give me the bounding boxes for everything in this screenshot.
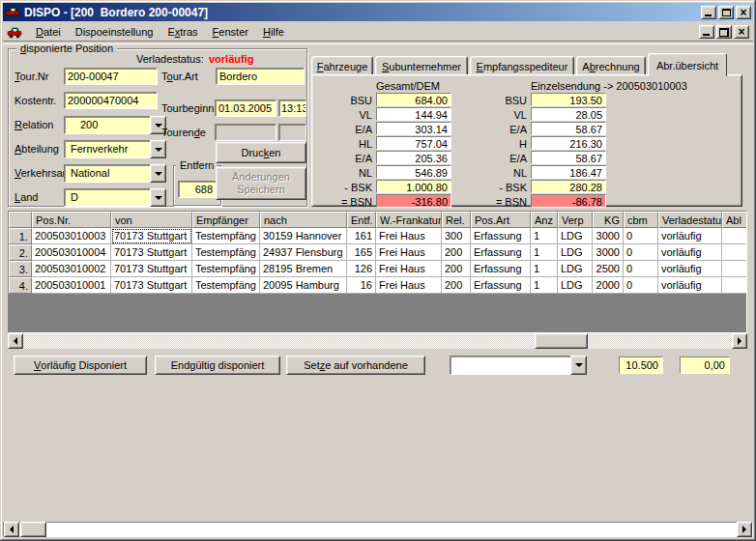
minimize-button minimize-icon[interactable] xyxy=(701,6,716,19)
table-row[interactable]: 3.20050301000270173 StuttgartTestempfäng… xyxy=(9,261,746,277)
menu-item-hilfe[interactable]: Hilfe xyxy=(257,24,290,40)
table-cell[interactable]: 200503010002 xyxy=(32,261,111,277)
endg-ltig-disponiert-button[interactable]: Endgültig disponiert xyxy=(155,356,280,375)
tab-fahrzeuge[interactable]: Fahrzeuge xyxy=(311,56,373,75)
positions-table[interactable]: Pos.Nr.vonEmpfängernachEntf.W.-Frankatur… xyxy=(8,211,747,333)
table-hscrollbar[interactable] xyxy=(8,333,747,349)
verkehrsart-dropdown-arrow chevron-down-icon[interactable] xyxy=(150,164,166,183)
table-cell[interactable] xyxy=(722,261,747,277)
setze-auf-vorhandene-button[interactable]: Setze auf vorhandene xyxy=(286,356,425,375)
table-cell[interactable]: 3000 xyxy=(593,228,624,244)
column-header-empf-nger[interactable]: Empfänger xyxy=(192,212,260,228)
table-cell[interactable]: 200503010004 xyxy=(32,244,111,261)
verkehrsart-select[interactable]: National xyxy=(64,164,166,183)
table-cell[interactable]: 126 xyxy=(347,261,376,277)
tab-empfangsspediteur[interactable]: Empfangsspediteur xyxy=(470,56,574,75)
column-header-w-frankatur[interactable]: W.-Frankatur xyxy=(376,212,442,228)
table-cell[interactable]: vorläufig xyxy=(658,244,722,261)
menu-item-dispoeinstellung[interactable]: Dispoeinstellung xyxy=(70,24,160,40)
table-cell[interactable]: Frei Haus xyxy=(376,228,442,244)
table-cell[interactable]: 70173 Stuttgart xyxy=(111,277,192,294)
land-dropdown-arrow chevron-down-icon[interactable] xyxy=(150,188,166,207)
relation-select[interactable]: 200 xyxy=(64,116,166,134)
column-header-abl[interactable]: Abl xyxy=(722,212,747,228)
table-cell[interactable]: 1 xyxy=(531,277,558,294)
table-cell[interactable]: Frei Haus xyxy=(376,244,442,261)
table-scroll-right-button arrow-right-icon[interactable] xyxy=(732,333,747,349)
table-cell[interactable]: 200 xyxy=(442,277,471,294)
table-cell[interactable]: 16 xyxy=(347,277,376,294)
row-number[interactable]: 1. xyxy=(9,228,32,244)
table-row[interactable]: 2.20050301000470173 StuttgartTestempfäng… xyxy=(9,244,746,261)
row-number[interactable]: 2. xyxy=(9,244,32,261)
table-cell[interactable]: Erfassung xyxy=(471,228,531,244)
abteilung-select[interactable]: Fernverkehr xyxy=(64,140,166,158)
maximize-button maximize-icon[interactable] xyxy=(718,6,734,19)
table-cell[interactable]: 165 xyxy=(347,244,376,261)
table-cell[interactable]: Testempfäng xyxy=(192,261,260,277)
table-cell[interactable]: Frei Haus xyxy=(376,277,442,294)
table-cell[interactable] xyxy=(722,277,747,294)
land-select[interactable]: D xyxy=(64,188,166,207)
mdi-hscrollbar[interactable] xyxy=(3,522,753,537)
table-cell[interactable]: 2000 xyxy=(593,277,624,294)
table-cell[interactable]: 161 xyxy=(347,228,376,244)
tab-abr-bersicht[interactable]: Abr.übersicht xyxy=(648,53,727,76)
table-cell[interactable]: 1 xyxy=(531,261,558,277)
table-cell[interactable]: Testempfäng xyxy=(192,277,260,294)
mdi-restore-button restore-icon[interactable] xyxy=(716,25,732,39)
menu-item-extras[interactable]: Extras xyxy=(161,24,203,40)
column-header-von[interactable]: von xyxy=(111,212,192,228)
kostentr-input[interactable]: 200000470004 xyxy=(64,92,158,109)
table-cell[interactable]: 70173 Stuttgart xyxy=(111,244,192,261)
table-cell[interactable]: 2500 xyxy=(593,261,624,277)
table-cell[interactable]: vorläufig xyxy=(658,228,722,244)
footer-combobox[interactable] xyxy=(450,356,587,375)
table-cell[interactable]: 70173 Stuttgart xyxy=(111,261,192,277)
column-header-pos-art[interactable]: Pos.Art xyxy=(471,212,531,228)
footer-combobox-arrow chevron-down-icon[interactable] xyxy=(570,356,587,375)
aenderungen-speichern-button[interactable]: Änderungen Speichern xyxy=(216,167,306,200)
table-cell[interactable]: LDG xyxy=(558,244,593,261)
table-cell[interactable]: 20095 Hamburg xyxy=(260,277,347,294)
table-cell[interactable]: 200503010003 xyxy=(32,228,111,244)
table-cell[interactable]: LDG xyxy=(558,228,593,244)
table-cell[interactable]: 30159 Hannover xyxy=(260,228,347,244)
tour-nr-input[interactable]: 200-00047 xyxy=(64,68,158,85)
table-cell[interactable]: 300 xyxy=(442,228,471,244)
table-cell[interactable]: Testempfäng xyxy=(192,228,260,244)
table-row[interactable]: 1.20050301000370173 StuttgartTestempfäng… xyxy=(9,228,746,244)
tourbeginn-date-input[interactable]: 01.03.2005 xyxy=(215,100,276,117)
table-cell[interactable]: 70173 Stuttgart xyxy=(111,228,192,244)
tab-abrechnung[interactable]: Abrechnung xyxy=(576,56,646,75)
column-header-rel[interactable]: Rel. xyxy=(442,212,471,228)
table-cell[interactable]: LDG xyxy=(558,261,593,277)
table-cell[interactable] xyxy=(722,244,747,261)
table-cell[interactable]: 0 xyxy=(624,244,658,261)
table-cell[interactable]: Erfassung xyxy=(471,277,531,294)
table-cell[interactable]: Frei Haus xyxy=(376,261,442,277)
table-cell[interactable]: Erfassung xyxy=(471,244,531,261)
tab-subunternehmer[interactable]: Subunternehmer xyxy=(375,56,468,75)
close-button close-icon[interactable]: × xyxy=(736,6,751,19)
tour-art-input[interactable]: Bordero xyxy=(216,68,305,85)
column-header-kg[interactable]: KG xyxy=(593,212,624,228)
entfern-input[interactable]: 688 xyxy=(178,181,217,198)
column-header-pos-nr[interactable]: Pos.Nr. xyxy=(32,212,111,228)
table-cell[interactable]: Testempfäng xyxy=(192,244,260,261)
table-cell[interactable]: 0 xyxy=(624,261,658,277)
table-cell[interactable]: vorläufig xyxy=(658,261,722,277)
tourende-time-input[interactable] xyxy=(278,124,306,141)
column-header-cbm[interactable]: cbm xyxy=(624,212,658,228)
table-cell[interactable]: 200 xyxy=(442,244,471,261)
table-cell[interactable]: 0 xyxy=(624,228,658,244)
table-row[interactable]: 4.20050301000170173 StuttgartTestempfäng… xyxy=(9,277,746,294)
table-cell[interactable]: 200 xyxy=(442,261,471,277)
column-header-entf[interactable]: Entf. xyxy=(347,212,376,228)
table-cell[interactable]: LDG xyxy=(558,277,593,294)
table-cell[interactable]: vorläufig xyxy=(658,277,722,294)
vorl-ufig-disponiert-button[interactable]: Vorläufig Disponiert xyxy=(14,356,147,375)
tourbeginn-time-input[interactable]: 13:13 xyxy=(278,100,306,117)
column-header-rownum[interactable] xyxy=(9,212,32,228)
table-cell[interactable]: 200503010001 xyxy=(32,277,111,294)
